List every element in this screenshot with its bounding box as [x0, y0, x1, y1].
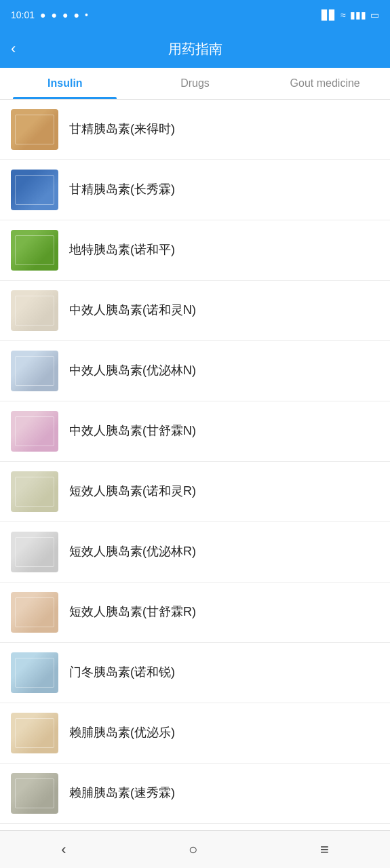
medicine-box-art	[11, 230, 58, 271]
medicine-name: 赖脯胰岛素(优泌乐)	[69, 724, 175, 741]
list-item[interactable]: 门冬胰岛素(诺和锐)	[0, 643, 390, 703]
medicine-name: 甘精胰岛素(长秀霖)	[69, 181, 175, 198]
medicine-name: 短效人胰岛素(诺和灵R)	[69, 483, 196, 500]
medicine-image	[11, 713, 58, 753]
list-item[interactable]: 中效人胰岛素(优泌林N)	[0, 341, 390, 401]
bars-icon: ▮▮▮	[350, 9, 366, 20]
medicine-image	[11, 471, 58, 512]
medicine-box-art	[11, 713, 58, 753]
medicine-box-art	[11, 290, 58, 331]
medicine-image	[11, 351, 58, 391]
medicine-image	[11, 170, 58, 210]
medicine-image	[11, 230, 58, 271]
medicine-image	[11, 773, 58, 814]
bell-icon: ●	[52, 9, 57, 20]
message-icon: ●	[40, 9, 45, 20]
status-bar-right: ▊▊ ≈ ▮▮▮ ▭	[321, 9, 379, 20]
tab-insulin[interactable]: Insulin	[0, 68, 130, 99]
medicine-image	[11, 652, 58, 693]
wifi-icon: ≈	[340, 9, 346, 20]
medicine-image	[11, 109, 58, 150]
battery-icon: ▭	[370, 9, 379, 20]
medicine-name: 中效人胰岛素(诺和灵N)	[69, 302, 196, 319]
list-item[interactable]: 地特胰岛素(诺和平)	[0, 220, 390, 281]
status-bar: 10:01 ● ● ● ● • ▊▊ ≈ ▮▮▮ ▭	[0, 0, 390, 30]
status-time: 10:01	[11, 9, 35, 20]
signal-icon: ▊▊	[321, 9, 336, 20]
list-item[interactable]: 甘精胰岛素(长秀霖)	[0, 160, 390, 220]
page-title: 用药指南	[168, 40, 222, 58]
list-item[interactable]: 甘精胰岛素(来得时)	[0, 100, 390, 160]
list-item[interactable]: 短效人胰岛素(诺和灵R)	[0, 462, 390, 522]
medicine-box-art	[11, 351, 58, 391]
medicine-box-art	[11, 109, 58, 150]
vpn-icon: ●	[62, 9, 68, 20]
list-item[interactable]: 短效人胰岛素(优泌林R)	[0, 522, 390, 583]
medicine-name: 中效人胰岛素(优泌林N)	[69, 362, 196, 379]
medicine-name: 短效人胰岛素(甘舒霖R)	[69, 604, 196, 620]
medicine-image	[11, 592, 58, 633]
back-button[interactable]: ‹	[11, 41, 16, 56]
medicine-box-art	[11, 592, 58, 633]
tab-gout[interactable]: Gout medicine	[260, 68, 390, 99]
medicine-list: 甘精胰岛素(来得时) 甘精胰岛素(长秀霖) 地特胰岛素(诺和平) 中效人胰岛素(…	[0, 100, 390, 830]
medicine-image	[11, 411, 58, 452]
medicine-name: 短效人胰岛素(优泌林R)	[69, 543, 196, 560]
medicine-box-art	[11, 411, 58, 452]
tab-drugs[interactable]: Drugs	[130, 68, 260, 99]
nav-menu-button[interactable]: ≡	[307, 835, 343, 864]
medicine-name: 中效人胰岛素(甘舒霖N)	[69, 422, 196, 439]
status-bar-left: 10:01 ● ● ● ● •	[11, 9, 88, 20]
bottom-nav: ‹ ○ ≡	[0, 830, 390, 868]
medicine-name: 门冬胰岛素(诺和锐)	[69, 664, 175, 681]
nav-back-button[interactable]: ‹	[47, 835, 79, 864]
list-item[interactable]: 中效人胰岛素(甘舒霖N)	[0, 401, 390, 462]
medicine-box-art	[11, 532, 58, 572]
tab-bar: Insulin Drugs Gout medicine	[0, 68, 390, 100]
medicine-box-art	[11, 170, 58, 210]
medicine-box-art	[11, 773, 58, 814]
app-header: ‹ 用药指南	[0, 30, 390, 68]
medicine-name: 地特胰岛素(诺和平)	[69, 241, 175, 258]
nav-home-button[interactable]: ○	[175, 835, 211, 864]
medicine-box-art	[11, 652, 58, 693]
mail-icon: ●	[73, 9, 79, 20]
medicine-name: 甘精胰岛素(来得时)	[69, 121, 175, 138]
medicine-name: 赖脯胰岛素(速秀霖)	[69, 785, 175, 802]
medicine-image	[11, 532, 58, 572]
list-item[interactable]: 短效人胰岛素(甘舒霖R)	[0, 583, 390, 643]
list-item[interactable]: 中效人胰岛素(诺和灵N)	[0, 281, 390, 341]
medicine-box-art	[11, 471, 58, 512]
dot-icon: •	[85, 9, 88, 20]
list-item[interactable]: 赖脯胰岛素(速秀霖)	[0, 764, 390, 824]
list-item[interactable]: 赖脯胰岛素(优泌乐)	[0, 703, 390, 764]
medicine-image	[11, 290, 58, 331]
